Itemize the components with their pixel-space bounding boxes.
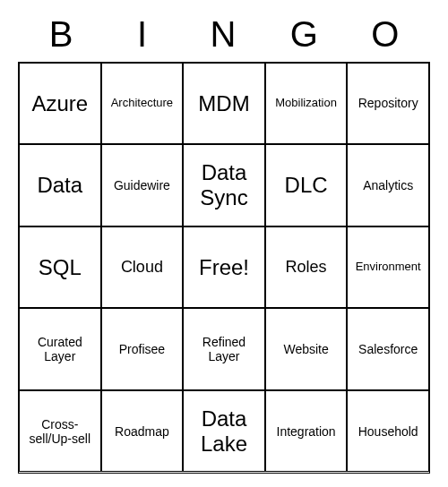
bingo-cell[interactable]: Salesforce (347, 308, 429, 390)
bingo-header: B I N G O (18, 14, 430, 62)
bingo-cell-free[interactable]: Free! (183, 226, 265, 309)
header-letter-b: B (22, 14, 102, 55)
header-letter-n: N (184, 14, 264, 55)
bingo-cell[interactable]: Azure (19, 63, 101, 145)
bingo-cell[interactable]: Household (347, 390, 429, 473)
bingo-card: B I N G O Azure Architecture MDM Mobiliz… (18, 14, 430, 474)
bingo-cell[interactable]: Mobilization (265, 63, 348, 145)
bingo-cell[interactable]: Data Lake (183, 390, 265, 473)
bingo-cell[interactable]: Roadmap (101, 390, 184, 473)
bingo-cell[interactable]: Cloud (101, 226, 184, 309)
header-letter-i: I (102, 14, 183, 55)
bingo-cell[interactable]: SQL (19, 226, 101, 309)
bingo-cell[interactable]: Data (19, 144, 101, 226)
bingo-cell[interactable]: Environment (347, 226, 429, 309)
bingo-cell[interactable]: Architecture (101, 63, 184, 145)
bingo-cell[interactable]: Profisee (101, 308, 184, 390)
bingo-grid: Azure Architecture MDM Mobilization Repo… (18, 62, 430, 474)
header-letter-o: O (346, 14, 426, 55)
bingo-cell[interactable]: Repository (347, 63, 429, 145)
bingo-cell[interactable]: Roles (265, 226, 348, 309)
bingo-cell[interactable]: Cross-sell/Up-sell (19, 390, 101, 473)
bingo-cell[interactable]: Guidewire (101, 144, 184, 226)
bingo-cell[interactable]: Website (265, 308, 348, 390)
bingo-cell[interactable]: Integration (265, 390, 348, 473)
bingo-cell[interactable]: DLC (265, 144, 348, 226)
bingo-cell[interactable]: Curated Layer (19, 308, 101, 390)
bingo-cell[interactable]: Data Sync (183, 144, 265, 226)
bingo-cell[interactable]: Analytics (347, 144, 429, 226)
bingo-cell[interactable]: Refined Layer (183, 308, 265, 390)
bingo-cell[interactable]: MDM (183, 63, 265, 145)
header-letter-g: G (264, 14, 345, 55)
